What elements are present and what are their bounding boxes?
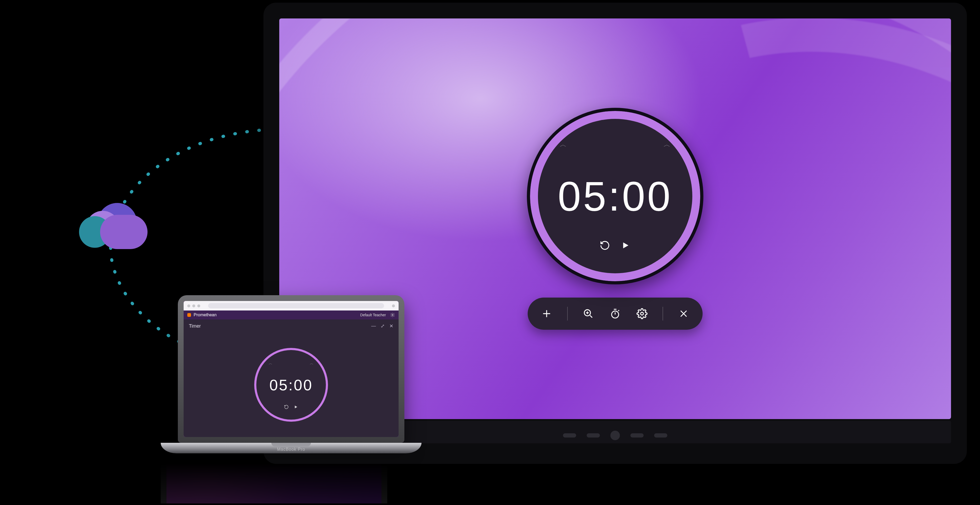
section-title: Timer [189, 323, 201, 329]
minimize-icon[interactable]: — [371, 323, 376, 329]
timer-widget: ︿ ︿ 05:00 [527, 108, 703, 330]
expand-icon[interactable]: ⤢ [381, 323, 385, 329]
timer-toolbar [528, 298, 703, 330]
close-icon[interactable]: ✕ [389, 323, 393, 329]
toolbar-separator [663, 307, 663, 320]
close-button[interactable] [677, 307, 690, 320]
timer-dial[interactable]: ︿ ︿ 05:00 [527, 108, 703, 284]
play-icon[interactable] [293, 404, 299, 409]
address-bar[interactable] [208, 303, 384, 308]
laptop-model-label: MacBook Pro [277, 447, 305, 452]
reset-icon[interactable] [284, 404, 289, 409]
browser-chrome-bar [184, 301, 399, 311]
toolbar-separator [567, 307, 568, 320]
timer-value: 05:00 [558, 172, 672, 220]
laptop-timer-dial[interactable]: ︿ ︿ 05:00 [254, 348, 328, 422]
app-header: Promethean Default Teacher [184, 311, 399, 319]
settings-button[interactable] [636, 307, 648, 320]
svg-point-3 [392, 314, 393, 316]
zoom-in-button[interactable] [582, 307, 595, 320]
minutes-up-icon[interactable]: ︿ [269, 361, 272, 366]
stopwatch-button[interactable] [609, 307, 622, 320]
window-traffic-lights[interactable] [187, 304, 200, 307]
seconds-up-icon[interactable]: ︿ [663, 140, 670, 149]
laptop-device: Promethean Default Teacher Timer — ⤢ ✕ [161, 295, 422, 453]
settings-icon[interactable] [390, 312, 395, 317]
brand-logo-icon [187, 313, 191, 317]
panel-hardware-buttons [563, 431, 667, 440]
laptop-timer-value: 05:00 [269, 376, 313, 394]
minutes-up-icon[interactable]: ︿ [560, 140, 567, 149]
cloud-icon [79, 203, 148, 248]
laptop-base: MacBook Pro [161, 443, 422, 453]
seconds-up-icon[interactable]: ︿ [310, 361, 313, 366]
browser-menu-icon[interactable] [392, 304, 395, 307]
add-button[interactable] [540, 307, 553, 320]
account-label[interactable]: Default Teacher [360, 313, 386, 317]
svg-point-2 [641, 312, 644, 315]
play-icon[interactable] [620, 240, 631, 251]
reset-icon[interactable] [599, 240, 610, 251]
brand-name: Promethean [194, 312, 216, 317]
